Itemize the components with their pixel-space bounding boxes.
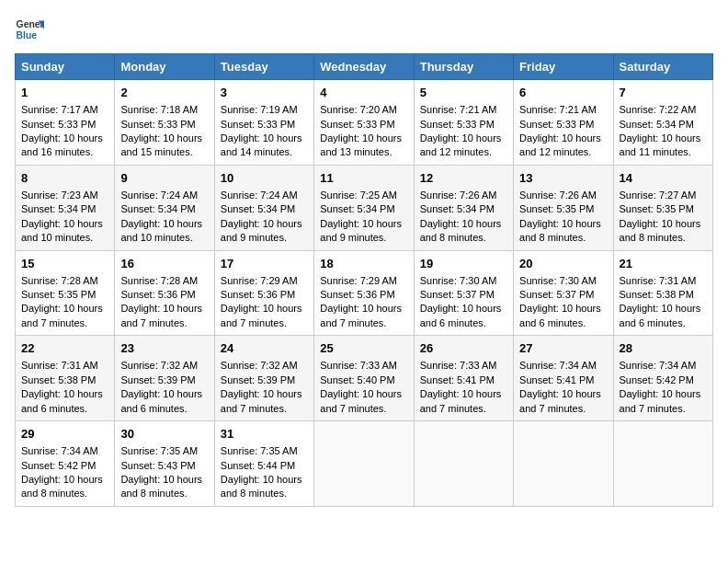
sunrise-label: Sunrise: 7:31 AM — [620, 275, 697, 286]
sunset-label: Sunset: 5:33 PM — [320, 119, 394, 130]
sunrise-label: Sunrise: 7:27 AM — [620, 190, 697, 201]
calendar-cell: 25Sunrise: 7:33 AMSunset: 5:40 PMDayligh… — [314, 336, 414, 421]
daylight-label: Daylight: 10 hours — [21, 388, 103, 399]
daylight-minutes: and 7 minutes. — [420, 403, 486, 414]
day-number: 5 — [420, 85, 507, 101]
daylight-label: Daylight: 10 hours — [620, 218, 701, 229]
sunset-label: Sunset: 5:33 PM — [120, 119, 195, 130]
daylight-minutes: and 7 minutes. — [120, 317, 187, 328]
day-number: 3 — [221, 85, 308, 101]
calendar-cell: 4Sunrise: 7:20 AMSunset: 5:33 PMDaylight… — [314, 80, 414, 166]
header-day: Tuesday — [214, 54, 313, 80]
calendar-cell: 26Sunrise: 7:33 AMSunset: 5:41 PMDayligh… — [414, 336, 513, 421]
sunrise-label: Sunrise: 7:19 AM — [221, 104, 298, 115]
sunrise-label: Sunrise: 7:33 AM — [420, 360, 497, 371]
sunset-label: Sunset: 5:34 PM — [320, 203, 394, 214]
daylight-minutes: and 6 minutes. — [620, 317, 686, 328]
sunrise-label: Sunrise: 7:21 AM — [420, 104, 497, 115]
calendar-cell: 23Sunrise: 7:32 AMSunset: 5:39 PMDayligh… — [115, 336, 214, 421]
sunset-label: Sunset: 5:34 PM — [620, 119, 694, 130]
sunrise-label: Sunrise: 7:17 AM — [21, 104, 98, 115]
day-number: 13 — [519, 170, 607, 187]
daylight-label: Daylight: 10 hours — [221, 388, 302, 399]
sunset-label: Sunset: 5:42 PM — [21, 460, 96, 471]
day-number: 8 — [21, 170, 108, 187]
sunset-label: Sunset: 5:33 PM — [21, 119, 96, 130]
calendar-cell: 3Sunrise: 7:19 AMSunset: 5:33 PMDaylight… — [214, 80, 313, 166]
day-number: 27 — [519, 340, 607, 357]
sunrise-label: Sunrise: 7:34 AM — [21, 445, 98, 456]
calendar-cell: 10Sunrise: 7:24 AMSunset: 5:34 PMDayligh… — [214, 165, 313, 250]
sunrise-label: Sunrise: 7:20 AM — [320, 104, 397, 115]
calendar-cell: 29Sunrise: 7:34 AMSunset: 5:42 PMDayligh… — [16, 421, 115, 507]
sunrise-label: Sunrise: 7:21 AM — [519, 104, 597, 115]
day-number: 15 — [21, 256, 108, 272]
sunset-label: Sunset: 5:42 PM — [620, 374, 694, 385]
sunset-label: Sunset: 5:38 PM — [620, 289, 694, 300]
sunrise-label: Sunrise: 7:29 AM — [221, 275, 298, 286]
sunset-label: Sunset: 5:39 PM — [120, 374, 195, 385]
daylight-minutes: and 7 minutes. — [221, 317, 287, 328]
calendar-week-row: 22Sunrise: 7:31 AMSunset: 5:38 PMDayligh… — [16, 336, 713, 421]
sunset-label: Sunset: 5:33 PM — [519, 119, 594, 130]
sunrise-label: Sunrise: 7:26 AM — [519, 190, 597, 201]
daylight-label: Daylight: 10 hours — [120, 303, 202, 314]
calendar-cell — [514, 421, 613, 507]
calendar-cell: 13Sunrise: 7:26 AMSunset: 5:35 PMDayligh… — [514, 165, 613, 250]
sunset-label: Sunset: 5:40 PM — [320, 374, 394, 385]
daylight-label: Daylight: 10 hours — [620, 303, 701, 314]
calendar-cell — [414, 421, 513, 507]
calendar-cell: 16Sunrise: 7:28 AMSunset: 5:36 PMDayligh… — [115, 250, 214, 336]
sunset-label: Sunset: 5:38 PM — [21, 374, 96, 385]
day-number: 1 — [21, 85, 108, 101]
sunrise-label: Sunrise: 7:33 AM — [320, 360, 397, 371]
day-number: 7 — [620, 85, 707, 101]
sunset-label: Sunset: 5:37 PM — [519, 289, 594, 300]
daylight-label: Daylight: 10 hours — [21, 132, 103, 144]
header-day: Monday — [115, 54, 214, 80]
daylight-label: Daylight: 10 hours — [519, 388, 601, 399]
sunrise-label: Sunrise: 7:30 AM — [420, 275, 497, 286]
day-number: 19 — [420, 256, 507, 272]
day-number: 10 — [221, 170, 308, 187]
daylight-minutes: and 9 minutes. — [320, 232, 386, 243]
calendar-cell: 14Sunrise: 7:27 AMSunset: 5:35 PMDayligh… — [613, 165, 712, 250]
daylight-minutes: and 14 minutes. — [221, 146, 292, 157]
daylight-minutes: and 6 minutes. — [120, 403, 187, 414]
daylight-label: Daylight: 10 hours — [221, 132, 302, 144]
calendar-cell: 8Sunrise: 7:23 AMSunset: 5:34 PMDaylight… — [16, 165, 115, 250]
svg-text:Blue: Blue — [17, 30, 38, 40]
sunset-label: Sunset: 5:33 PM — [420, 119, 495, 130]
day-number: 17 — [221, 256, 308, 272]
day-number: 18 — [320, 256, 407, 272]
day-number: 25 — [320, 340, 407, 357]
daylight-minutes: and 13 minutes. — [320, 146, 392, 157]
calendar-week-row: 1Sunrise: 7:17 AMSunset: 5:33 PMDaylight… — [16, 80, 713, 166]
calendar-cell: 17Sunrise: 7:29 AMSunset: 5:36 PMDayligh… — [214, 250, 313, 336]
day-number: 30 — [120, 426, 208, 442]
calendar-cell: 21Sunrise: 7:31 AMSunset: 5:38 PMDayligh… — [613, 250, 712, 336]
daylight-minutes: and 8 minutes. — [420, 232, 486, 243]
day-number: 12 — [420, 170, 507, 187]
day-number: 22 — [21, 340, 108, 357]
sunset-label: Sunset: 5:36 PM — [120, 289, 195, 300]
calendar-cell: 1Sunrise: 7:17 AMSunset: 5:33 PMDaylight… — [16, 80, 115, 166]
day-number: 20 — [519, 256, 607, 272]
sunset-label: Sunset: 5:36 PM — [221, 289, 295, 300]
daylight-minutes: and 6 minutes. — [21, 403, 87, 414]
daylight-minutes: and 7 minutes. — [320, 403, 386, 414]
daylight-label: Daylight: 10 hours — [221, 474, 302, 485]
daylight-minutes: and 8 minutes. — [21, 488, 87, 499]
sunset-label: Sunset: 5:33 PM — [221, 119, 295, 130]
daylight-label: Daylight: 10 hours — [21, 218, 103, 229]
daylight-minutes: and 7 minutes. — [519, 403, 586, 414]
daylight-label: Daylight: 10 hours — [120, 218, 202, 229]
calendar-week-row: 15Sunrise: 7:28 AMSunset: 5:35 PMDayligh… — [16, 250, 713, 336]
calendar-cell: 2Sunrise: 7:18 AMSunset: 5:33 PMDaylight… — [115, 80, 214, 166]
sunrise-label: Sunrise: 7:32 AM — [120, 360, 198, 371]
sunrise-label: Sunrise: 7:23 AM — [21, 190, 98, 201]
daylight-label: Daylight: 10 hours — [21, 474, 103, 485]
daylight-minutes: and 11 minutes. — [620, 146, 691, 157]
day-number: 31 — [221, 426, 308, 442]
sunset-label: Sunset: 5:37 PM — [420, 289, 495, 300]
